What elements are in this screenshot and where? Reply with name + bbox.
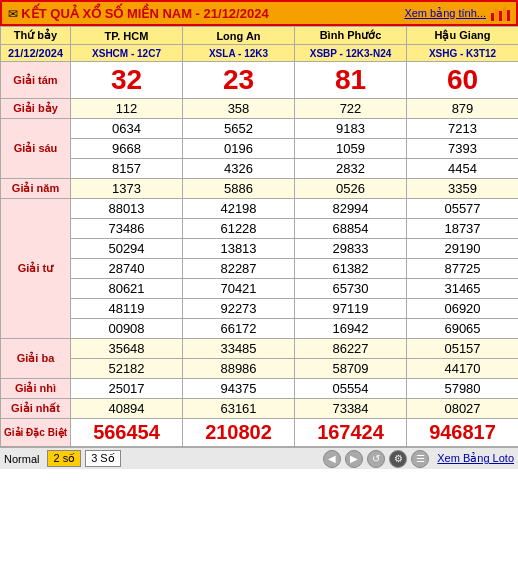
nav-next-icon[interactable]: ▶ xyxy=(345,450,363,468)
ba-binhphuoc-1: 86227 xyxy=(295,339,407,359)
footer-right: ◀ ▶ ↺ ⚙ ☰ Xem Bảng Loto xyxy=(323,450,514,468)
chart-icon xyxy=(490,5,510,21)
tu-haugiang-3: 29190 xyxy=(407,239,519,259)
col-header-row: Thứ bảy TP. HCM Long An Bình Phước Hậu G… xyxy=(1,27,519,45)
row-giai-nhi: Giải nhì 25017 94375 05554 57980 xyxy=(1,379,519,399)
sau-haugiang-1: 7213 xyxy=(407,119,519,139)
col-haugiang: Hậu Giang xyxy=(407,27,519,45)
tu-tphcm-7: 00908 xyxy=(71,319,183,339)
nhat-binhphuoc: 73384 xyxy=(295,399,407,419)
row-giai-tu-6: 48119 92273 97119 06920 xyxy=(1,299,519,319)
row-giai-ba-1: Giải ba 35648 33485 86227 05157 xyxy=(1,339,519,359)
nav-prev-icon[interactable]: ◀ xyxy=(323,450,341,468)
sau-longan-1: 5652 xyxy=(183,119,295,139)
ba-longan-1: 33485 xyxy=(183,339,295,359)
header-link-text[interactable]: Xem bảng tính... xyxy=(404,7,486,20)
row-giai-sau: Giải sáu 0634 5652 9183 7213 xyxy=(1,119,519,139)
row-giai-tu-7: 00908 66172 16942 69065 xyxy=(1,319,519,339)
footer-normal-label: Normal xyxy=(4,453,39,465)
svg-rect-2 xyxy=(499,11,502,21)
code-longan: XSLA - 12K3 xyxy=(183,45,295,62)
tam-longan: 23 xyxy=(183,62,295,99)
tu-tphcm-5: 80621 xyxy=(71,279,183,299)
label-giai-tu: Giải tư xyxy=(1,199,71,339)
nhi-longan: 94375 xyxy=(183,379,295,399)
btn-3so[interactable]: 3 Số xyxy=(85,450,121,467)
row-giai-tu-3: 50294 13813 29833 29190 xyxy=(1,239,519,259)
ba-haugiang-1: 05157 xyxy=(407,339,519,359)
sau-binhphuoc-2: 1059 xyxy=(295,139,407,159)
tu-longan-4: 82287 xyxy=(183,259,295,279)
nhat-haugiang: 08027 xyxy=(407,399,519,419)
tu-tphcm-3: 50294 xyxy=(71,239,183,259)
tu-haugiang-4: 87725 xyxy=(407,259,519,279)
header-title-text: KẾT QUẢ XỔ SỐ MIỀN NAM - 21/12/2024 xyxy=(21,6,268,21)
col-thu-bay: Thứ bảy xyxy=(1,27,71,45)
tu-haugiang-7: 69065 xyxy=(407,319,519,339)
header-right[interactable]: Xem bảng tính... xyxy=(404,5,510,21)
ba-tphcm-1: 35648 xyxy=(71,339,183,359)
bay-longan: 358 xyxy=(183,99,295,119)
refresh-icon[interactable]: ↺ xyxy=(367,450,385,468)
results-table: Thứ bảy TP. HCM Long An Bình Phước Hậu G… xyxy=(0,26,518,447)
sau-longan-2: 0196 xyxy=(183,139,295,159)
tu-longan-2: 61228 xyxy=(183,219,295,239)
bay-binhphuoc: 722 xyxy=(295,99,407,119)
svg-rect-4 xyxy=(507,10,510,21)
svg-rect-0 xyxy=(491,13,494,21)
row-giai-sau-3: 8157 4326 2832 4454 xyxy=(1,159,519,179)
tu-haugiang-5: 31465 xyxy=(407,279,519,299)
sau-tphcm-1: 0634 xyxy=(71,119,183,139)
row-giai-tu-4: 28740 82287 61382 87725 xyxy=(1,259,519,279)
label-giai-nam: Giải năm xyxy=(1,179,71,199)
code-binhphuoc: XSBP - 12K3-N24 xyxy=(295,45,407,62)
sau-tphcm-3: 8157 xyxy=(71,159,183,179)
nam-haugiang: 3359 xyxy=(407,179,519,199)
col-longan: Long An xyxy=(183,27,295,45)
tu-tphcm-4: 28740 xyxy=(71,259,183,279)
tam-binhphuoc: 81 xyxy=(295,62,407,99)
code-haugiang: XSHG - K3T12 xyxy=(407,45,519,62)
tu-binhphuoc-6: 97119 xyxy=(295,299,407,319)
row-giai-tu-5: 80621 70421 65730 31465 xyxy=(1,279,519,299)
row-giai-tam: Giải tám 32 23 81 60 xyxy=(1,62,519,99)
btn-2so[interactable]: 2 số xyxy=(47,450,81,467)
sau-haugiang-3: 4454 xyxy=(407,159,519,179)
header-title: ✉ KẾT QUẢ XỔ SỐ MIỀN NAM - 21/12/2024 xyxy=(8,6,269,21)
tu-binhphuoc-7: 16942 xyxy=(295,319,407,339)
col-binhphuoc: Bình Phước xyxy=(295,27,407,45)
header: ✉ KẾT QUẢ XỔ SỐ MIỀN NAM - 21/12/2024 Xe… xyxy=(0,0,518,26)
nam-tphcm: 1373 xyxy=(71,179,183,199)
db-longan: 210802 xyxy=(183,419,295,447)
row-giai-tu-1: Giải tư 88013 42198 82994 05577 xyxy=(1,199,519,219)
ba-tphcm-2: 52182 xyxy=(71,359,183,379)
footer-bar: Normal 2 số 3 Số ◀ ▶ ↺ ⚙ ☰ Xem Bảng Loto xyxy=(0,447,518,469)
tu-binhphuoc-4: 61382 xyxy=(295,259,407,279)
sau-binhphuoc-3: 2832 xyxy=(295,159,407,179)
nam-binhphuoc: 0526 xyxy=(295,179,407,199)
ba-longan-2: 88986 xyxy=(183,359,295,379)
tu-longan-3: 13813 xyxy=(183,239,295,259)
nhi-binhphuoc: 05554 xyxy=(295,379,407,399)
col-tphcm: TP. HCM xyxy=(71,27,183,45)
row-giai-db: Giải Đặc Biệt 566454 210802 167424 94681… xyxy=(1,419,519,447)
date-label: 21/12/2024 xyxy=(1,45,71,62)
code-tphcm: XSHCM - 12C7 xyxy=(71,45,183,62)
nam-longan: 5886 xyxy=(183,179,295,199)
row-giai-ba-2: 52182 88986 58709 44170 xyxy=(1,359,519,379)
settings-icon[interactable]: ⚙ xyxy=(389,450,407,468)
label-giai-tam: Giải tám xyxy=(1,62,71,99)
view-loto-link[interactable]: Xem Bảng Loto xyxy=(437,452,514,465)
more-icon[interactable]: ☰ xyxy=(411,450,429,468)
tu-binhphuoc-3: 29833 xyxy=(295,239,407,259)
row-giai-tu-2: 73486 61228 68854 18737 xyxy=(1,219,519,239)
sau-haugiang-2: 7393 xyxy=(407,139,519,159)
tam-tphcm: 32 xyxy=(71,62,183,99)
svg-rect-3 xyxy=(503,7,506,21)
nhat-longan: 63161 xyxy=(183,399,295,419)
row-giai-nam: Giải năm 1373 5886 0526 3359 xyxy=(1,179,519,199)
label-giai-db: Giải Đặc Biệt xyxy=(1,419,71,447)
tu-longan-7: 66172 xyxy=(183,319,295,339)
nhi-tphcm: 25017 xyxy=(71,379,183,399)
db-tphcm: 566454 xyxy=(71,419,183,447)
